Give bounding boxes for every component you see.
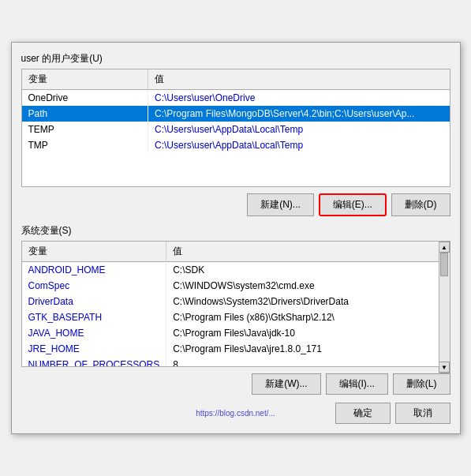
scroll-up-button[interactable]: ▲ (439, 242, 450, 253)
environment-variables-dialog: user 的用户变量(U) 变量 值 OneDriveC:\Users\user… (11, 42, 461, 434)
sys-vars-container: 变量 值 ANDROID_HOMEC:\SDKComSpecC:\WINDOWS… (21, 241, 450, 373)
sys-var-name: DriverData (22, 294, 166, 309)
sys-var-value: C:\Program Files (x86)\GtkSharp\2.12\ (166, 309, 439, 325)
sys-var-value: 8 (166, 357, 439, 367)
user-vars-container: 变量 值 OneDriveC:\Users\user\OneDrivePathC… (21, 69, 450, 193)
sys-var-value: C:\WINDOWS\system32\cmd.exe (166, 278, 439, 294)
user-var-value: C:\Users\user\OneDrive (148, 90, 450, 107)
sys-vars-table[interactable]: 变量 值 ANDROID_HOMEC:\SDKComSpecC:\WINDOWS… (21, 241, 439, 367)
scroll-down-button[interactable]: ▼ (439, 362, 450, 373)
sys-table: 变量 值 ANDROID_HOMEC:\SDKComSpecC:\WINDOWS… (22, 242, 439, 367)
sys-var-value: C:\Windows\System32\Drivers\DriverData (166, 294, 439, 309)
sys-scrollbar[interactable]: ▲ ▼ (439, 241, 450, 373)
sys-button-row: 新建(W)... 编辑(I)... 删除(L) (21, 373, 450, 395)
new-user-button[interactable]: 新建(N)... (247, 193, 314, 216)
user-var-name: Path (22, 106, 148, 122)
sys-table-row[interactable]: JRE_HOMEC:\Program Files\Java\jre1.8.0_1… (22, 341, 439, 357)
bottom-bar: https://blog.csdn.net/... 确定 取消 (21, 403, 450, 424)
new-sys-button[interactable]: 新建(W)... (252, 373, 320, 395)
sys-table-row[interactable]: ComSpecC:\WINDOWS\system32\cmd.exe (22, 278, 439, 294)
sys-var-value: C:\Program Files\Java\jre1.8.0_171 (166, 341, 439, 357)
sys-vars-body: ANDROID_HOMEC:\SDKComSpecC:\WINDOWS\syst… (22, 262, 439, 368)
ok-button[interactable]: 确定 (335, 403, 391, 424)
user-var-value: C:\Users\user\AppData\Local\Temp (148, 122, 450, 137)
sys-col-value: 值 (166, 242, 439, 262)
delete-sys-button[interactable]: 删除(L) (393, 373, 450, 395)
sys-var-name: GTK_BASEPATH (22, 309, 166, 325)
sys-var-name: JRE_HOME (22, 341, 166, 357)
user-var-name: TMP (22, 137, 148, 153)
user-var-value: C:\Users\user\AppData\Local\Temp (148, 137, 450, 153)
sys-table-row[interactable]: NUMBER_OF_PROCESSORS8 (22, 357, 439, 367)
delete-user-button[interactable]: 删除(D) (391, 193, 450, 216)
sys-table-row[interactable]: GTK_BASEPATHC:\Program Files (x86)\GtkSh… (22, 309, 439, 325)
user-section-label: user 的用户变量(U) (21, 52, 450, 66)
user-var-value: C:\Program Files\MongoDB\Server\4.2\bin;… (148, 106, 450, 122)
scroll-thumb[interactable] (440, 253, 448, 276)
user-button-row: 新建(N)... 编辑(E)... 删除(D) (21, 193, 450, 216)
user-col-value: 值 (148, 69, 450, 90)
user-vars-body: OneDriveC:\Users\user\OneDrivePathC:\Pro… (22, 90, 450, 154)
user-vars-table[interactable]: 变量 值 OneDriveC:\Users\user\OneDrivePathC… (21, 69, 450, 187)
sys-var-name: ANDROID_HOME (22, 262, 166, 279)
sys-table-row[interactable]: JAVA_HOMEC:\Program Files\Java\jdk-10 (22, 325, 439, 341)
user-table-row[interactable]: OneDriveC:\Users\user\OneDrive (22, 90, 450, 107)
cancel-button[interactable]: 取消 (395, 403, 450, 424)
user-table-row[interactable]: TMPC:\Users\user\AppData\Local\Temp (22, 137, 450, 153)
edit-user-button[interactable]: 编辑(E)... (319, 193, 387, 216)
sys-section-label: 系统变量(S) (21, 224, 450, 238)
user-table: 变量 值 OneDriveC:\Users\user\OneDrivePathC… (22, 69, 450, 153)
sys-var-value: C:\Program Files\Java\jdk-10 (166, 325, 439, 341)
sys-var-value: C:\SDK (166, 262, 439, 279)
sys-table-row[interactable]: DriverDataC:\Windows\System32\Drivers\Dr… (22, 294, 439, 309)
edit-sys-button[interactable]: 编辑(I)... (326, 373, 388, 395)
user-col-name: 变量 (22, 69, 148, 90)
user-var-name: OneDrive (22, 90, 148, 107)
user-table-row[interactable]: TEMPC:\Users\user\AppData\Local\Temp (22, 122, 450, 137)
sys-col-name: 变量 (22, 242, 166, 262)
sys-table-header: 变量 值 (22, 242, 439, 262)
sys-var-name: ComSpec (22, 278, 166, 294)
user-var-name: TEMP (22, 122, 148, 137)
sys-var-name: NUMBER_OF_PROCESSORS (22, 357, 166, 367)
scroll-track[interactable] (439, 253, 450, 362)
user-table-row[interactable]: PathC:\Program Files\MongoDB\Server\4.2\… (22, 106, 450, 122)
sys-table-row[interactable]: ANDROID_HOMEC:\SDK (22, 262, 439, 279)
user-table-header: 变量 值 (22, 69, 450, 90)
sys-var-name: JAVA_HOME (22, 325, 166, 341)
